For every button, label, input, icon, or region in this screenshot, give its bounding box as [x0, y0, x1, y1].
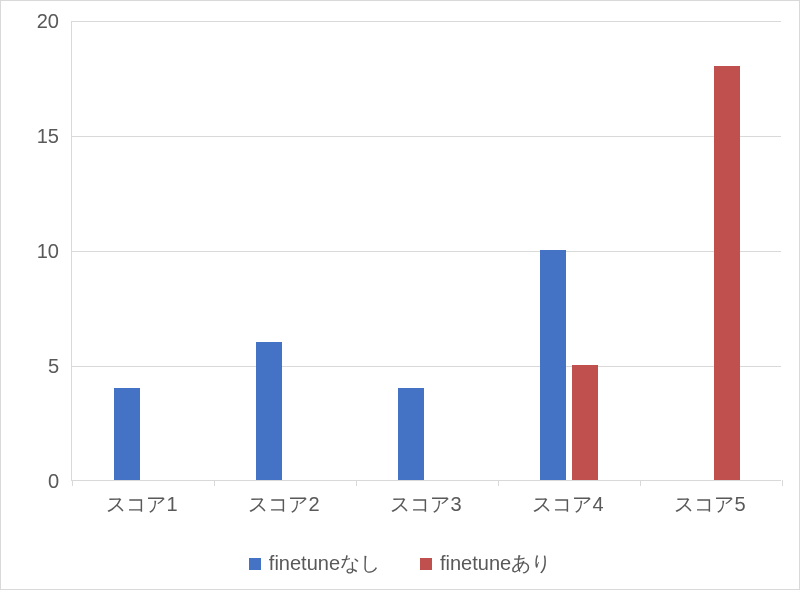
y-tick-label: 15	[9, 125, 59, 148]
legend-item: finetuneなし	[249, 550, 380, 577]
plot-area	[71, 21, 781, 481]
x-tick-mark	[498, 480, 499, 486]
legend: finetuneなしfinetuneあり	[1, 550, 799, 577]
gridline	[72, 136, 781, 137]
bar	[540, 250, 566, 480]
legend-swatch	[420, 558, 432, 570]
x-tick-mark	[72, 480, 73, 486]
bar-chart: finetuneなしfinetuneあり 05101520スコア1スコア2スコア…	[0, 0, 800, 590]
legend-label: finetuneなし	[269, 550, 380, 577]
bar	[256, 342, 282, 480]
x-tick-mark	[782, 480, 783, 486]
legend-label: finetuneあり	[440, 550, 551, 577]
x-tick-mark	[640, 480, 641, 486]
legend-item: finetuneあり	[420, 550, 551, 577]
gridline	[72, 251, 781, 252]
bar	[572, 365, 598, 480]
x-tick-label: スコア1	[106, 491, 177, 518]
gridline	[72, 366, 781, 367]
y-tick-label: 10	[9, 240, 59, 263]
x-tick-mark	[214, 480, 215, 486]
y-tick-label: 20	[9, 10, 59, 33]
legend-swatch	[249, 558, 261, 570]
y-tick-label: 0	[9, 470, 59, 493]
x-tick-label: スコア3	[390, 491, 461, 518]
bar	[114, 388, 140, 480]
gridline	[72, 21, 781, 22]
x-tick-mark	[356, 480, 357, 486]
x-tick-label: スコア4	[532, 491, 603, 518]
bar	[398, 388, 424, 480]
y-tick-label: 5	[9, 355, 59, 378]
x-tick-label: スコア2	[248, 491, 319, 518]
x-tick-label: スコア5	[674, 491, 745, 518]
bar	[714, 66, 740, 480]
